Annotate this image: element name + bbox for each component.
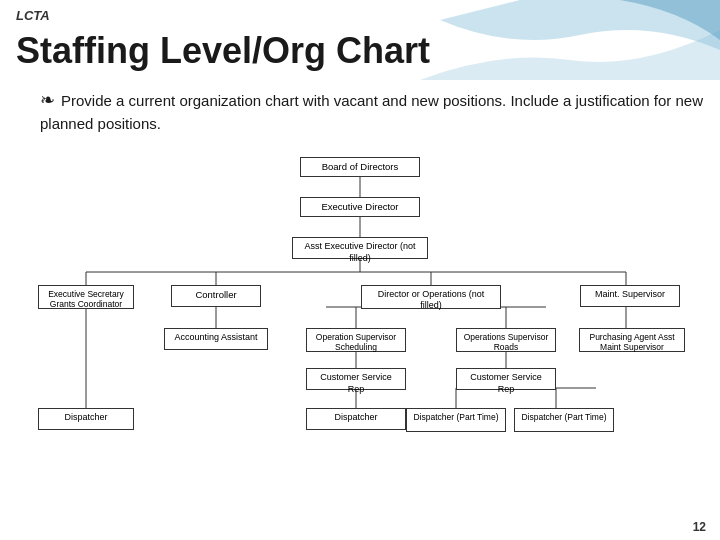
executive-director-box: Executive Director	[300, 197, 420, 217]
asst-exec-director-box: Asst Executive Director (not filled)	[292, 237, 428, 259]
wave-decoration	[420, 0, 720, 80]
lcta-label: LCTA	[16, 8, 50, 23]
page-number: 12	[693, 520, 706, 534]
page-title: Staffing Level/Org Chart	[16, 30, 430, 72]
exec-secretary-box: Executive Secretary Grants Coordinator	[38, 285, 134, 309]
accounting-assistant-box: Accounting Assistant	[164, 328, 268, 350]
board-of-directors-box: Board of Directors	[300, 157, 420, 177]
maint-supervisor-box: Maint. Supervisor	[580, 285, 680, 307]
dispatcher3-box: Dispatcher (Part Time)	[406, 408, 506, 432]
controller-box: Controller	[171, 285, 261, 307]
ops-sup-sched-box: Operation Supervisor Scheduling	[306, 328, 406, 352]
bullet-text: Provide a current organization chart wit…	[40, 88, 720, 134]
org-chart: Board of Directors Executive Director As…	[16, 155, 704, 520]
dispatcher1-box: Dispatcher	[38, 408, 134, 430]
csr1-box: Customer Service Rep	[306, 368, 406, 390]
dispatcher2-box: Dispatcher	[306, 408, 406, 430]
ops-sup-roads-box: Operations Supervisor Roads	[456, 328, 556, 352]
director-ops-box: Director or Operations (not filled)	[361, 285, 501, 309]
csr2-box: Customer Service Rep	[456, 368, 556, 390]
dispatcher4-box: Dispatcher (Part Time)	[514, 408, 614, 432]
purchasing-agent-box: Purchasing Agent Asst Maint Supervisor	[579, 328, 685, 352]
